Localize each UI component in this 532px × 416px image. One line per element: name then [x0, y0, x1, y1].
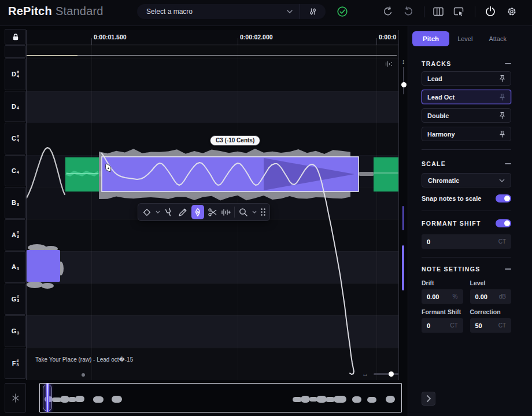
status-check-icon[interactable] — [336, 5, 349, 18]
snap-toggle[interactable] — [496, 194, 511, 203]
collapse-icon[interactable] — [505, 268, 511, 270]
scissors-tool-button[interactable] — [208, 205, 217, 219]
collapse-icon[interactable] — [505, 163, 511, 164]
columns-layout-icon[interactable] — [432, 5, 445, 18]
h-zoom-thumb[interactable] — [389, 371, 394, 377]
pin-icon[interactable] — [499, 93, 505, 101]
field-value: 0 — [427, 322, 450, 329]
editor-row — [27, 45, 399, 58]
pitch-editor[interactable]: 0:00:01.5000:00:02.0000:00:0 C3 (-10 Cen… — [26, 30, 399, 380]
undo-icon[interactable] — [382, 5, 394, 18]
field-unit: % — [453, 293, 458, 300]
editor-side-lane: ↕ — [399, 30, 408, 380]
field-value: 50 — [475, 322, 498, 329]
piano-key-ds4[interactable]: D#4 — [5, 58, 26, 90]
pin-icon[interactable] — [499, 112, 505, 119]
overview-waveform-blob — [75, 396, 84, 402]
power-icon[interactable] — [484, 5, 497, 18]
pointer-window-icon[interactable] — [452, 5, 465, 18]
field-label: Level — [470, 279, 512, 286]
zoom-tool-button[interactable] — [238, 205, 249, 219]
chevron-down-icon[interactable] — [156, 205, 160, 219]
waveform-add-tool-button[interactable] — [221, 205, 231, 219]
scale-dropdown-value: Chromatic — [428, 177, 499, 184]
divider — [234, 207, 235, 218]
pen-nib-tool-button[interactable] — [191, 205, 204, 219]
field-value: 0.00 — [427, 293, 453, 300]
divider — [422, 149, 511, 150]
overview-waveform-blob — [334, 396, 346, 403]
tracks-title: TRACKS — [422, 60, 452, 67]
song-overview[interactable] — [39, 383, 402, 413]
chevron-down-icon — [499, 179, 505, 182]
pin-icon[interactable] — [499, 130, 505, 138]
piano-key-b3[interactable]: B3 — [5, 187, 26, 219]
formant-shift-input[interactable]: 0 CT — [422, 234, 511, 249]
macro-select[interactable]: Select a macro — [137, 4, 326, 19]
pencil-tool-button[interactable] — [178, 205, 188, 219]
grid-line — [376, 45, 377, 380]
piano-key-gs3[interactable]: G#3 — [5, 284, 26, 315]
divider — [475, 6, 475, 17]
scale-dropdown[interactable]: Chromatic — [422, 173, 511, 187]
scroll-marker[interactable] — [402, 206, 404, 230]
tab-level[interactable]: Level — [449, 31, 481, 46]
formant-toggle[interactable] — [496, 219, 511, 227]
split-tool-button[interactable] — [5, 383, 26, 413]
piano-key-g3[interactable]: G3 — [5, 315, 26, 347]
track-item-harmony[interactable]: Harmony — [422, 127, 511, 141]
piano-key-a3[interactable]: A3 — [5, 251, 26, 283]
track-item-lead-oct[interactable]: Lead Oct — [422, 90, 511, 104]
field-input[interactable]: 50 CT — [470, 318, 512, 333]
repitch-window: RePitchStandard Select a macro — [0, 0, 532, 416]
timeline-ruler[interactable]: 0:00:01.5000:00:02.0000:00:0 — [27, 30, 399, 45]
drag-handle-icon[interactable] — [260, 205, 266, 219]
gear-icon[interactable] — [505, 5, 518, 18]
piano-key-as3[interactable]: A#3 — [5, 219, 26, 251]
field-input[interactable]: 0.00 dB — [470, 289, 512, 304]
piano-key-c4[interactable]: C4 — [5, 155, 26, 187]
collapse-icon[interactable] — [505, 63, 511, 64]
piano-key-cs4[interactable]: C#4 — [5, 123, 26, 154]
formant-section-header: FORMANT SHIFT — [422, 219, 511, 227]
piano-key-fs3[interactable]: F#3 — [5, 348, 26, 380]
hscroll-thumb[interactable] — [82, 373, 85, 377]
playhead[interactable] — [46, 384, 49, 413]
editor-row — [27, 284, 399, 316]
field-input[interactable]: 0.00 % — [422, 289, 463, 304]
v-zoom-track[interactable] — [403, 67, 404, 94]
tuning-fork-tool-button[interactable] — [164, 205, 174, 219]
redo-icon[interactable] — [402, 5, 415, 18]
track-item-double[interactable]: Double — [422, 108, 511, 123]
timeline-tick — [238, 38, 238, 45]
track-item-lead[interactable]: Lead — [422, 71, 511, 86]
app-title: RePitchStandard — [8, 5, 104, 18]
divider — [424, 6, 424, 17]
next-panel-button[interactable] — [422, 392, 435, 406]
piano-key-d4[interactable]: D4 — [5, 91, 26, 123]
scroll-marker[interactable] — [402, 245, 404, 290]
selection-tool-button[interactable] — [142, 205, 152, 219]
snap-row: Snap notes to scale — [422, 194, 511, 203]
lock-button[interactable] — [5, 29, 26, 45]
snap-label: Snap notes to scale — [422, 195, 481, 202]
tab-pitch[interactable]: Pitch — [412, 31, 449, 46]
piano-key-partial[interactable] — [5, 45, 26, 58]
field-label: Drift — [422, 279, 463, 286]
tab-attack[interactable]: Attack — [481, 31, 515, 46]
macro-sliders-icon[interactable] — [300, 4, 326, 19]
field-input[interactable]: 0 CT — [422, 318, 463, 333]
editor-row — [27, 251, 399, 284]
chevron-down-icon[interactable] — [252, 205, 257, 219]
tracks-section-header: TRACKS — [422, 60, 511, 67]
note-tooltip: C3 (-10 Cents) — [210, 135, 260, 146]
h-zoom-track[interactable] — [374, 373, 399, 375]
v-zoom-thumb[interactable] — [401, 82, 407, 87]
pin-icon[interactable] — [499, 75, 505, 82]
editor-row — [27, 155, 399, 187]
horizontal-zoom-slider: ↔ — [362, 370, 399, 378]
overview-waveform-blob — [367, 397, 376, 403]
editor-row — [27, 91, 399, 123]
note-setting-level: Level 0.00 dB — [470, 279, 512, 304]
field-value: 0.00 — [475, 293, 499, 300]
